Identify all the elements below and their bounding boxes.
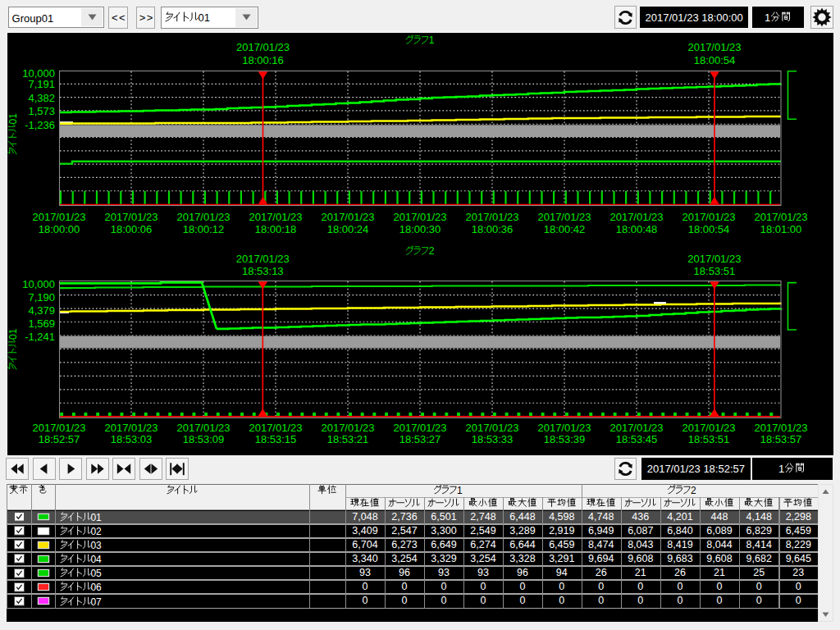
svg-text:18:00:54: 18:00:54 (694, 54, 736, 66)
svg-text:2017/01/23: 2017/01/23 (249, 211, 302, 223)
svg-text:2017/01/23: 2017/01/23 (236, 253, 290, 265)
svg-text:1: 1 (457, 485, 463, 496)
svg-text:18:00:18: 18:00:18 (255, 223, 297, 235)
svg-text:2: 2 (429, 245, 435, 257)
svg-text:18:00:16: 18:00:16 (242, 54, 284, 66)
svg-text:4: 4 (96, 554, 102, 565)
svg-text:18:53:33: 18:53:33 (472, 433, 514, 445)
svg-text:18:00:06: 18:00:06 (111, 223, 153, 235)
svg-text:2017/01/23: 2017/01/23 (393, 422, 446, 434)
svg-text:18:00:24: 18:00:24 (327, 223, 369, 235)
svg-text:18:00:36: 18:00:36 (472, 223, 514, 235)
svg-text:18:00:30: 18:00:30 (399, 223, 441, 235)
svg-text:2017/01/23: 2017/01/23 (104, 211, 158, 223)
svg-text:1,573: 1,573 (28, 105, 55, 117)
svg-text:2017/01/23: 2017/01/23 (393, 211, 446, 223)
svg-text:18:53:03: 18:53:03 (111, 433, 153, 445)
svg-text:18:00:42: 18:00:42 (544, 223, 586, 235)
svg-text:2017/01/23: 2017/01/23 (236, 41, 290, 53)
svg-text:2: 2 (96, 526, 102, 537)
svg-text:1: 1 (96, 512, 102, 523)
svg-text:2017/01/23: 2017/01/23 (687, 41, 741, 53)
svg-text:2017/01/23: 2017/01/23 (32, 422, 85, 434)
svg-text:2017/01/23: 2017/01/23 (682, 422, 735, 434)
svg-text:2017/01/23: 2017/01/23 (537, 211, 591, 223)
svg-text:18:00:00: 18:00:00 (39, 223, 80, 235)
svg-text:1: 1 (204, 11, 210, 23)
svg-text:2: 2 (691, 485, 696, 496)
svg-text:18:53:51: 18:53:51 (688, 433, 730, 445)
svg-text:18:00:48: 18:00:48 (616, 223, 658, 235)
svg-text:10,000: 10,000 (22, 67, 55, 80)
svg-text:1: 1 (429, 34, 435, 46)
svg-text:2017/01/23: 2017/01/23 (176, 211, 230, 223)
svg-text:2017/01/23: 2017/01/23 (754, 211, 807, 223)
svg-text:5: 5 (96, 568, 102, 579)
svg-text:2017/01/23: 2017/01/23 (249, 422, 302, 434)
svg-text:7: 7 (96, 596, 102, 607)
svg-text:2017/01/23: 2017/01/23 (687, 253, 741, 265)
svg-text:2017/01/23: 2017/01/23 (321, 211, 374, 223)
svg-text:18:53:57: 18:53:57 (760, 433, 802, 445)
svg-text:2017/01/23: 2017/01/23 (465, 211, 518, 223)
svg-text:2017/01/23: 2017/01/23 (176, 422, 230, 434)
svg-text:1: 1 (765, 11, 770, 24)
svg-text:10,000: 10,000 (22, 278, 55, 290)
svg-text:2017/01/23: 2017/01/23 (321, 422, 374, 434)
svg-text:2017/01/23: 2017/01/23 (32, 211, 85, 223)
svg-text:2017/01/23: 2017/01/23 (609, 422, 663, 434)
svg-text:18:53:39: 18:53:39 (544, 433, 586, 445)
svg-text:3: 3 (96, 540, 102, 551)
svg-text:0: 0 (199, 11, 204, 23)
svg-text:18:01:00: 18:01:00 (760, 223, 802, 235)
svg-text:18:53:45: 18:53:45 (616, 433, 658, 445)
svg-text:-1,236: -1,236 (25, 119, 55, 131)
svg-text:-1,241: -1,241 (25, 331, 55, 343)
svg-text:4,379: 4,379 (28, 304, 55, 317)
svg-text:18:53:51: 18:53:51 (694, 265, 736, 277)
svg-text:2017/01/23: 2017/01/23 (754, 422, 807, 434)
svg-text:18:00:54: 18:00:54 (688, 223, 730, 235)
svg-text:1: 1 (7, 328, 19, 334)
svg-text:2017/01/23: 2017/01/23 (465, 422, 518, 434)
svg-text:18:53:27: 18:53:27 (399, 433, 441, 445)
svg-text:7,190: 7,190 (28, 291, 55, 304)
svg-text:2017/01/23: 2017/01/23 (104, 422, 158, 434)
svg-text:4,382: 4,382 (28, 92, 55, 104)
svg-text:18:53:15: 18:53:15 (255, 433, 297, 445)
svg-text:1: 1 (7, 113, 19, 119)
svg-text:2017/01/23: 2017/01/23 (682, 211, 735, 223)
svg-text:1,569: 1,569 (28, 317, 55, 330)
svg-text:1: 1 (778, 463, 784, 475)
svg-text:18:53:13: 18:53:13 (242, 265, 284, 277)
svg-text:18:00:12: 18:00:12 (183, 223, 225, 235)
svg-text:18:52:57: 18:52:57 (39, 433, 80, 445)
svg-text:18:53:09: 18:53:09 (183, 433, 225, 445)
svg-text:7,191: 7,191 (28, 78, 55, 90)
svg-text:6: 6 (96, 582, 102, 593)
svg-text:2017/01/23: 2017/01/23 (537, 422, 591, 434)
svg-text:2017/01/23: 2017/01/23 (609, 211, 663, 223)
svg-text:18:53:21: 18:53:21 (327, 433, 369, 445)
